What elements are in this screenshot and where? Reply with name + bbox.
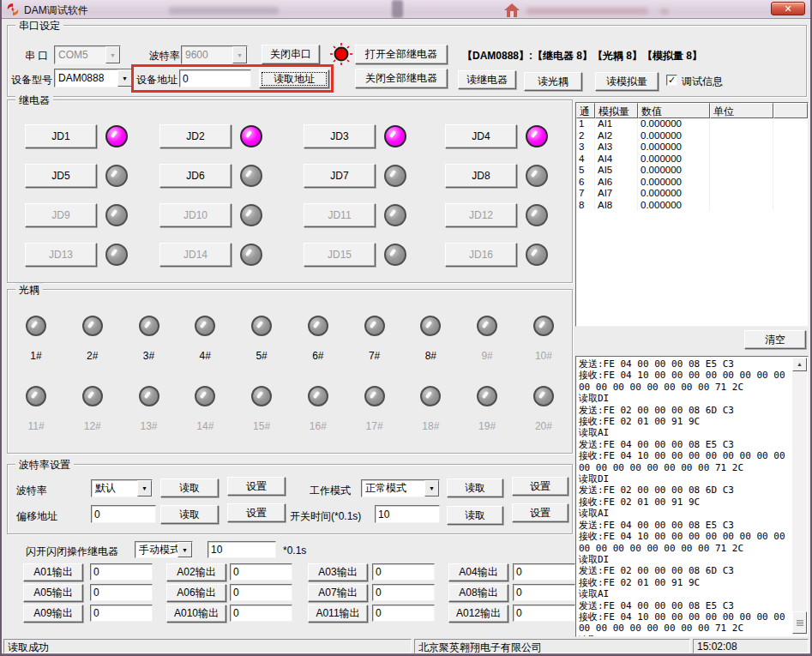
ao10-output-input[interactable] <box>230 605 292 622</box>
open-all-relays-button[interactable]: 打开全部继电器 <box>355 45 448 64</box>
debug-info-checkbox[interactable] <box>666 75 677 86</box>
table-row: 7AI70.000000 <box>576 188 808 200</box>
cell-unit <box>710 141 773 153</box>
cell-channel: 2 <box>576 130 595 142</box>
relay-button-jd14[interactable]: JD14 <box>159 243 232 267</box>
read-address-button[interactable]: 读取地址 <box>259 69 329 88</box>
relay-button-jd13[interactable]: JD13 <box>25 243 97 267</box>
scrollbar-thumb[interactable] <box>792 611 807 634</box>
switch-time-set-button[interactable]: 设置 <box>512 503 568 522</box>
ao5-output-input[interactable] <box>90 584 153 601</box>
relay-button-jd7[interactable]: JD7 <box>304 164 376 188</box>
work-mode-select[interactable]: 正常模式 ▼ <box>361 479 440 497</box>
ao1-output-button[interactable]: A01输出 <box>23 563 83 581</box>
flash-mode-select[interactable]: 手动模式 ▼ <box>135 541 193 558</box>
scroll-up-icon[interactable]: ▲ <box>792 358 807 371</box>
relay-button-jd4[interactable]: JD4 <box>445 124 517 148</box>
ao1-output-input[interactable] <box>90 563 153 581</box>
switch-time-input[interactable] <box>375 505 440 523</box>
baud-read-button[interactable]: 读取 <box>160 478 219 497</box>
ao2-output-input[interactable] <box>230 563 292 581</box>
switch-time-read-button[interactable]: 读取 <box>447 506 503 525</box>
ao12-output-input[interactable] <box>513 605 575 622</box>
opto-led <box>195 386 215 406</box>
relay-button-jd11[interactable]: JD11 <box>304 203 376 227</box>
opto-led <box>533 386 554 406</box>
read-analog-button[interactable]: 读模拟量 <box>595 72 659 91</box>
ao3-output-input[interactable] <box>372 563 435 581</box>
status-message: 读取成功 <box>3 639 412 653</box>
relay-button-jd9[interactable]: JD9 <box>25 203 97 227</box>
relay-button-jd6[interactable]: JD6 <box>159 164 232 188</box>
offset-read-button[interactable]: 读取 <box>160 505 219 524</box>
ao10-output-button[interactable]: A010输出 <box>166 605 226 623</box>
ao8-output-button[interactable]: A08输出 <box>448 584 508 602</box>
clear-log-button[interactable]: 清空 <box>744 330 806 349</box>
read-relay-button[interactable]: 读继电器 <box>458 70 516 89</box>
app-icon <box>6 3 20 16</box>
flash-time-input[interactable] <box>208 541 276 558</box>
relay-led <box>384 204 406 226</box>
relay-button-jd8[interactable]: JD8 <box>445 164 517 188</box>
baud-set-button[interactable]: 设置 <box>227 477 286 496</box>
col-header-value[interactable]: 数值 <box>638 103 710 118</box>
ao11-output-button[interactable]: A011输出 <box>308 605 368 623</box>
ao8-output-input[interactable] <box>513 584 575 601</box>
port-select[interactable]: COM5 ▼ <box>54 45 121 64</box>
ao6-output-input[interactable] <box>230 584 292 601</box>
close-serial-button[interactable]: 关闭串口 <box>262 45 320 64</box>
ao12-output-button[interactable]: A012输出 <box>448 605 508 623</box>
table-row: 4AI40.000000 <box>576 153 808 166</box>
ao5-output-button[interactable]: A05输出 <box>23 584 83 602</box>
log-scrollbar[interactable]: ▲ <box>792 358 807 635</box>
opto-group: 光耦 1# 2# 3# 4# 5# 6# 7# 8# 9# 10# 11# 12… <box>7 289 573 454</box>
ao3-output-button[interactable]: A03输出 <box>308 563 368 581</box>
ao7-output-input[interactable] <box>372 584 435 601</box>
opto-channel-label: 8# <box>425 350 436 362</box>
opto-led <box>195 316 215 336</box>
ao9-output-input[interactable] <box>90 605 153 622</box>
opto-led <box>364 316 385 336</box>
col-header-channel[interactable]: 通 <box>576 103 595 118</box>
status-time: 15:02:08 <box>693 639 809 653</box>
device-address-input[interactable] <box>179 69 251 87</box>
table-header: 通 模拟量 数值 单位 <box>576 103 808 118</box>
address-label: 设备地址 <box>136 73 177 87</box>
relay-button-jd2[interactable]: JD2 <box>159 124 232 148</box>
cell-channel: 8 <box>576 200 595 212</box>
opto-led <box>26 386 46 406</box>
relay-button-jd16[interactable]: JD16 <box>445 243 517 267</box>
opto-channel-label: 18# <box>422 420 439 432</box>
relay-button-jd10[interactable]: JD10 <box>159 203 232 227</box>
ao4-output-input[interactable] <box>513 563 575 581</box>
close-button[interactable]: ✕ <box>771 2 805 15</box>
opto-led <box>477 316 497 336</box>
relay-button-jd15[interactable]: JD15 <box>304 243 376 267</box>
ao7-output-button[interactable]: A07输出 <box>308 584 368 602</box>
col-header-extra[interactable] <box>773 103 808 118</box>
col-header-analog[interactable]: 模拟量 <box>595 103 638 118</box>
offset-address-input[interactable] <box>91 505 156 523</box>
baud-select[interactable]: 9600 ▼ <box>181 45 248 64</box>
ao2-output-button[interactable]: A02输出 <box>166 563 226 581</box>
close-all-relays-button[interactable]: 关闭全部继电器 <box>355 69 448 88</box>
window-title: DAM调试软件 <box>24 3 88 18</box>
ao11-output-input[interactable] <box>372 605 435 622</box>
offset-set-button[interactable]: 设置 <box>227 503 286 522</box>
relay-button-jd1[interactable]: JD1 <box>25 124 97 148</box>
col-header-unit[interactable]: 单位 <box>710 103 773 118</box>
opto-led <box>251 316 272 336</box>
ao9-output-button[interactable]: A09输出 <box>23 605 83 623</box>
relay-button-jd12[interactable]: JD12 <box>445 203 517 227</box>
work-mode-set-button[interactable]: 设置 <box>512 477 568 496</box>
titlebar: DAM调试软件 ✕ <box>2 0 810 19</box>
relay-button-jd3[interactable]: JD3 <box>304 124 376 148</box>
model-select[interactable]: DAM0888 ▼ <box>54 69 133 87</box>
work-mode-read-button[interactable]: 读取 <box>447 478 503 497</box>
ao6-output-button[interactable]: A06输出 <box>166 584 226 602</box>
read-opto-button[interactable]: 读光耦 <box>524 72 582 91</box>
baud-default-select[interactable]: 默认 ▼ <box>91 479 153 497</box>
ao4-output-button[interactable]: A04输出 <box>448 563 508 581</box>
opto-group-title: 光耦 <box>15 283 43 298</box>
relay-button-jd5[interactable]: JD5 <box>25 164 97 188</box>
